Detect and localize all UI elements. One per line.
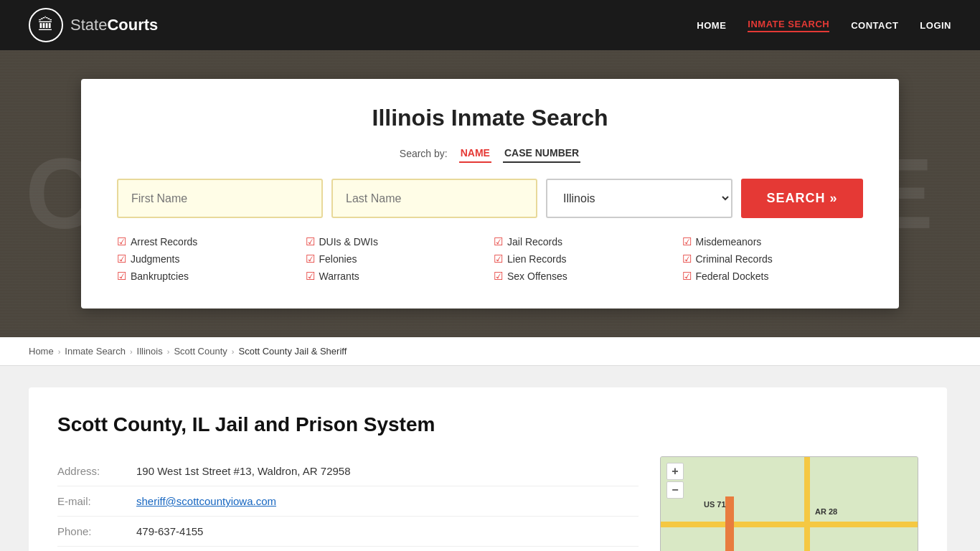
- check-icon: ☑: [117, 270, 126, 283]
- hero-section: COURTHOUSE Illinois Inmate Search Search…: [0, 50, 980, 337]
- check-label: Sex Offenses: [507, 270, 567, 282]
- facility-title: Scott County, IL Jail and Prison System: [57, 413, 918, 436]
- check-icon: ☑: [306, 253, 315, 265]
- map-bg: [661, 457, 918, 551]
- check-icon: ☑: [682, 253, 692, 265]
- check-label: Lien Records: [507, 253, 567, 265]
- breadcrumb-sep-2: ›: [130, 347, 133, 356]
- check-label: Arrest Records: [131, 236, 197, 248]
- nav-contact[interactable]: CONTACT: [851, 20, 898, 31]
- map-area: US 71 AR 28 + −: [660, 456, 918, 551]
- check-jail-records: ☑ Jail Records: [494, 235, 675, 248]
- breadcrumb-sep-3: ›: [167, 347, 170, 356]
- email-link[interactable]: sheriff@scottcountyiowa.com: [136, 495, 276, 507]
- address-row: Address: 190 West 1st Street #13, Waldro…: [57, 456, 639, 486]
- map-controls: + −: [666, 463, 684, 499]
- map-zoom-out[interactable]: −: [666, 481, 684, 499]
- check-duis: ☑ DUIs & DWIs: [306, 235, 487, 248]
- check-label: Felonies: [319, 253, 357, 265]
- check-icon: ☑: [682, 235, 692, 248]
- address-value: 190 West 1st Street #13, Waldron, AR 729…: [136, 465, 351, 477]
- main-nav: HOME INMATE SEARCH CONTACT LOGIN: [697, 19, 951, 32]
- email-label: E-mail:: [57, 495, 122, 507]
- map-zoom-in[interactable]: +: [666, 463, 684, 480]
- search-button[interactable]: SEARCH »: [741, 179, 863, 218]
- check-lien-records: ☑ Lien Records: [494, 253, 675, 265]
- check-icon: ☑: [494, 253, 503, 265]
- check-label: Warrants: [319, 270, 359, 282]
- breadcrumb-scott-county[interactable]: Scott County: [174, 346, 227, 357]
- logo[interactable]: 🏛 StateCourts: [29, 8, 158, 42]
- check-misdemeanors: ☑ Misdemeanors: [682, 235, 864, 248]
- check-label: Criminal Records: [696, 253, 773, 265]
- header: 🏛 StateCourts HOME INMATE SEARCH CONTACT…: [0, 0, 980, 50]
- check-criminal-records: ☑ Criminal Records: [682, 253, 864, 265]
- check-warrants: ☑ Warrants: [306, 270, 487, 283]
- hero-content: Illinois Inmate Search Search by: NAME C…: [0, 50, 980, 337]
- check-icon: ☑: [306, 235, 315, 248]
- nav-inmate-search[interactable]: INMATE SEARCH: [748, 19, 829, 32]
- address-label: Address:: [57, 465, 122, 477]
- facility-info: Address: 190 West 1st Street #13, Waldro…: [57, 456, 639, 551]
- breadcrumb-inmate-search[interactable]: Inmate Search: [65, 346, 126, 357]
- first-name-input[interactable]: [117, 179, 323, 218]
- state-select[interactable]: Illinois Alabama Alaska Arizona Arkansas…: [546, 179, 732, 218]
- check-label: Bankruptcies: [131, 270, 189, 282]
- breadcrumb-illinois[interactable]: Illinois: [137, 346, 163, 357]
- map-placeholder: US 71 AR 28 + −: [661, 457, 918, 551]
- checks-grid: ☑ Arrest Records ☑ DUIs & DWIs ☑ Jail Re…: [117, 235, 863, 283]
- check-icon: ☑: [117, 235, 126, 248]
- facility-details: Address: 190 West 1st Street #13, Waldro…: [57, 456, 918, 551]
- check-label: Federal Dockets: [696, 270, 769, 282]
- search-by-row: Search by: NAME CASE NUMBER: [117, 144, 863, 163]
- email-row: E-mail: sheriff@scottcountyiowa.com: [57, 486, 639, 517]
- map-label-ar28: AR 28: [815, 507, 837, 516]
- check-sex-offenses: ☑ Sex Offenses: [494, 270, 675, 283]
- check-federal-dockets: ☑ Federal Dockets: [682, 270, 864, 283]
- check-bankruptcies: ☑ Bankruptcies: [117, 270, 298, 283]
- logo-text: StateCourts: [70, 16, 158, 34]
- fax-row: Fax: 479-637-0035: [57, 547, 639, 551]
- map-road-horizontal: [661, 522, 918, 527]
- map-road-orange-2: [730, 496, 734, 551]
- check-label: DUIs & DWIs: [319, 236, 378, 248]
- search-card-title: Illinois Inmate Search: [117, 105, 863, 131]
- map-road-vertical: [804, 457, 810, 551]
- check-icon: ☑: [494, 270, 503, 283]
- check-label: Jail Records: [507, 236, 562, 248]
- last-name-input[interactable]: [331, 179, 537, 218]
- check-label: Misdemeanors: [696, 236, 762, 248]
- breadcrumb-current: Scott County Jail & Sheriff: [238, 346, 347, 357]
- check-arrest-records: ☑ Arrest Records: [117, 235, 298, 248]
- search-card: Illinois Inmate Search Search by: NAME C…: [81, 79, 899, 309]
- map-label-us71: US 71: [704, 500, 726, 509]
- search-fields-row: Illinois Alabama Alaska Arizona Arkansas…: [117, 179, 863, 218]
- content-area: Scott County, IL Jail and Prison System …: [0, 366, 980, 551]
- breadcrumb: Home › Inmate Search › Illinois › Scott …: [0, 337, 980, 366]
- breadcrumb-home[interactable]: Home: [29, 346, 54, 357]
- check-icon: ☑: [117, 253, 126, 265]
- content-card: Scott County, IL Jail and Prison System …: [29, 387, 947, 551]
- check-icon: ☑: [494, 235, 503, 248]
- check-felonies: ☑ Felonies: [306, 253, 487, 265]
- phone-row: Phone: 479-637-4155: [57, 517, 639, 547]
- phone-value: 479-637-4155: [136, 525, 203, 537]
- check-icon: ☑: [306, 270, 315, 283]
- check-label: Judgments: [131, 253, 179, 265]
- check-judgments: ☑ Judgments: [117, 253, 298, 265]
- search-by-label: Search by:: [400, 148, 448, 159]
- nav-home[interactable]: HOME: [697, 20, 726, 31]
- phone-label: Phone:: [57, 525, 122, 537]
- tab-name[interactable]: NAME: [459, 144, 491, 163]
- tab-case-number[interactable]: CASE NUMBER: [503, 144, 580, 163]
- breadcrumb-sep-1: ›: [58, 347, 61, 356]
- check-icon: ☑: [682, 270, 692, 283]
- breadcrumb-sep-4: ›: [232, 347, 235, 356]
- nav-login[interactable]: LOGIN: [920, 20, 951, 31]
- logo-icon: 🏛: [29, 8, 63, 42]
